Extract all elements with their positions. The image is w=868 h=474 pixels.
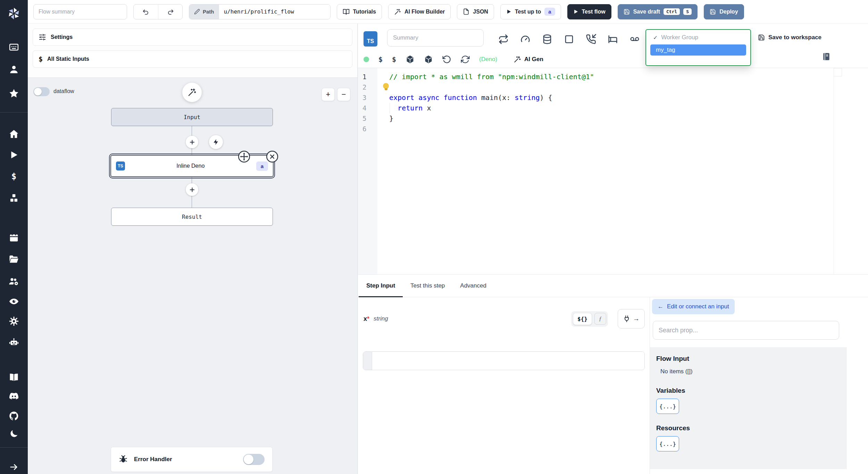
tutorials-button[interactable]: Tutorials bbox=[337, 4, 382, 19]
ai-gen-button[interactable]: AI Gen bbox=[514, 56, 543, 63]
suspend-phone-incoming-icon[interactable] bbox=[586, 34, 596, 44]
discord-icon[interactable] bbox=[0, 391, 28, 401]
variables-object-chip[interactable]: {...} bbox=[656, 399, 679, 414]
prop-search-input[interactable] bbox=[653, 321, 839, 340]
summary-input[interactable] bbox=[387, 29, 484, 47]
dataflow-toggle[interactable] bbox=[33, 87, 50, 96]
editor-scrollbar[interactable] bbox=[834, 68, 834, 274]
package-icon[interactable] bbox=[406, 55, 415, 64]
audit-eye-icon[interactable] bbox=[0, 296, 28, 307]
schedules-calendar-icon[interactable] bbox=[0, 232, 28, 243]
user-icon[interactable] bbox=[0, 64, 28, 75]
plus-icon bbox=[189, 139, 195, 145]
save-to-workspace-button[interactable]: Save to workspace bbox=[758, 34, 821, 41]
ai-flow-builder-button[interactable]: AI Flow Builder bbox=[388, 4, 451, 19]
add-step-button-top[interactable] bbox=[186, 136, 198, 148]
input-mode-toggle-group: ${} ƒ bbox=[571, 311, 608, 327]
tab-step-input[interactable]: Step Input bbox=[359, 275, 403, 297]
all-static-inputs-row[interactable]: $ All Static Inputs bbox=[33, 50, 352, 68]
save-draft-button[interactable]: Save draft Ctrl S bbox=[618, 4, 698, 19]
retry-repeat-icon[interactable] bbox=[498, 34, 509, 44]
wand-sparkles-icon bbox=[187, 88, 197, 97]
windmill-logo[interactable] bbox=[0, 6, 28, 21]
edit-or-connect-label: Edit or connect an input bbox=[667, 303, 729, 310]
dollar-icon[interactable]: $ bbox=[392, 55, 396, 64]
ai-wand-button[interactable] bbox=[182, 83, 202, 102]
worker-group-option[interactable]: ✓ Worker Group bbox=[649, 33, 748, 42]
test-flow-button[interactable]: Test flow bbox=[567, 4, 611, 19]
json-button[interactable]: JSON bbox=[457, 4, 494, 19]
rotate-ccw-icon[interactable] bbox=[442, 55, 451, 64]
resources-cubes-icon[interactable] bbox=[0, 193, 28, 203]
home-icon[interactable] bbox=[0, 129, 28, 139]
tab-test-this-step[interactable]: Test this step bbox=[403, 275, 452, 297]
flow-summary-input[interactable] bbox=[33, 4, 127, 19]
mock-square-icon[interactable] bbox=[564, 34, 574, 44]
package-icon[interactable] bbox=[424, 55, 433, 64]
step-settings-toolbar bbox=[498, 34, 640, 44]
dark-mode-moon-icon[interactable] bbox=[0, 429, 28, 439]
template-mode-toggle[interactable]: ${} bbox=[573, 313, 592, 325]
field-value-input[interactable] bbox=[372, 352, 644, 370]
test-up-to-button[interactable]: Test up to a bbox=[500, 4, 561, 19]
delete-step-button[interactable] bbox=[266, 150, 279, 163]
zoom-out-button[interactable]: − bbox=[337, 88, 350, 101]
field-drag-strip[interactable] bbox=[363, 352, 372, 370]
resources-title: Resources bbox=[656, 424, 841, 432]
test-flow-label: Test flow bbox=[582, 9, 606, 15]
runs-play-icon[interactable] bbox=[0, 150, 28, 160]
result-node[interactable]: Result bbox=[111, 208, 273, 226]
zoom-in-button[interactable]: + bbox=[322, 88, 335, 101]
kbd-ctrl: Ctrl bbox=[663, 8, 680, 15]
variables-dollar-icon[interactable]: $ bbox=[0, 171, 28, 182]
settings-gear-icon[interactable] bbox=[0, 316, 28, 326]
save-draft-label: Save draft bbox=[633, 9, 660, 15]
error-handler-row[interactable]: Error Handler bbox=[111, 447, 273, 472]
library-icon[interactable] bbox=[822, 52, 831, 61]
cache-database-icon[interactable] bbox=[542, 34, 552, 44]
bug-icon bbox=[119, 455, 128, 464]
add-step-button-bottom[interactable] bbox=[186, 183, 198, 196]
edit-or-connect-button[interactable]: ← Edit or connect an input bbox=[652, 299, 735, 314]
status-dot bbox=[364, 57, 369, 62]
sidebar-divider bbox=[0, 447, 28, 448]
move-step-button[interactable] bbox=[237, 150, 251, 163]
lightbulb-icon[interactable] bbox=[383, 83, 389, 89]
error-handler-label: Error Handler bbox=[134, 456, 172, 463]
trigger-button[interactable] bbox=[209, 135, 223, 149]
workspace-icon[interactable] bbox=[0, 42, 28, 52]
deploy-button[interactable]: Deploy bbox=[704, 4, 744, 19]
resources-object-chip[interactable]: {...} bbox=[656, 436, 679, 451]
worker-group-selected-option[interactable]: my_tag bbox=[650, 44, 746, 56]
wand-sparkles-icon bbox=[394, 8, 401, 15]
path-button[interactable]: Path bbox=[189, 5, 219, 19]
undo-button[interactable] bbox=[134, 5, 158, 19]
pipe-voicemail-icon[interactable] bbox=[629, 34, 640, 44]
save-icon bbox=[710, 9, 716, 15]
concurrency-gauge-icon[interactable] bbox=[520, 34, 531, 44]
language-indicator[interactable]: (Deno) bbox=[479, 56, 497, 63]
github-icon[interactable] bbox=[0, 411, 28, 421]
docs-book-icon[interactable] bbox=[0, 372, 28, 383]
connect-input-button[interactable]: → bbox=[618, 309, 645, 329]
worker-group-dropdown: ✓ Worker Group my_tag bbox=[645, 29, 751, 66]
code-lines[interactable]: // import * as wmill from "npm:windmill-… bbox=[389, 72, 594, 134]
function-mode-toggle[interactable]: ƒ bbox=[594, 313, 606, 325]
tab-advanced[interactable]: Advanced bbox=[452, 275, 494, 297]
favorites-star-icon[interactable] bbox=[0, 88, 28, 99]
variables-title: Variables bbox=[656, 387, 841, 394]
settings-row[interactable]: Settings bbox=[33, 28, 352, 46]
check-icon: ✓ bbox=[653, 34, 658, 41]
folders-icon[interactable] bbox=[0, 254, 28, 265]
sleep-bed-icon[interactable] bbox=[608, 34, 618, 44]
error-handler-toggle[interactable] bbox=[243, 454, 265, 465]
ai-robot-icon[interactable] bbox=[0, 337, 28, 348]
refresh-icon[interactable] bbox=[461, 55, 470, 64]
dollar-icon[interactable]: $ bbox=[378, 55, 383, 64]
code-editor[interactable]: 123456 // import * as wmill from "npm:wi… bbox=[358, 68, 868, 274]
input-node[interactable]: Input bbox=[111, 108, 273, 126]
expand-arrow-icon[interactable] bbox=[0, 462, 28, 472]
path-input[interactable] bbox=[219, 5, 330, 19]
groups-icon[interactable] bbox=[0, 276, 28, 286]
redo-button[interactable] bbox=[158, 5, 182, 19]
